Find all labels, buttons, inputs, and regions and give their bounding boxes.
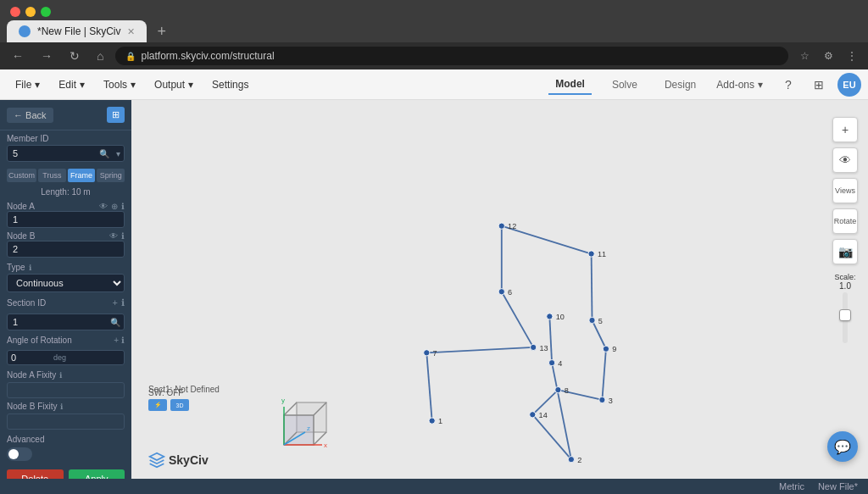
node-a-header: Node A 👁 ⊕ ℹ — [7, 202, 125, 211]
node-b-header: Node B 👁 ℹ — [7, 231, 125, 241]
back-nav-button[interactable]: ← — [7, 46, 29, 66]
sw-icon-2[interactable]: 3D — [170, 399, 189, 411]
svg-text:9: 9 — [612, 345, 616, 353]
advanced-label: Advanced — [7, 435, 125, 444]
chevron-down-icon[interactable]: ▾ — [113, 149, 124, 158]
svg-text:8: 8 — [565, 386, 569, 395]
bookmark-icon[interactable]: ☆ — [795, 47, 814, 65]
metric-status[interactable]: Metric — [779, 481, 804, 491]
delete-button[interactable]: Delete — [7, 469, 64, 479]
svg-text:7: 7 — [433, 349, 437, 358]
file-menu-button[interactable]: File ▾ — [7, 75, 48, 94]
info-b-icon[interactable]: ℹ — [121, 231, 125, 241]
sw-label: SW: OFF — [148, 388, 189, 397]
tab-custom[interactable]: Custom — [7, 169, 36, 182]
node-b-input[interactable] — [7, 241, 125, 258]
views-button[interactable]: Views — [832, 178, 858, 203]
home-button[interactable]: ⌂ — [92, 46, 108, 66]
cube-svg: x y z — [280, 386, 348, 453]
addons-button[interactable]: Add-ons ▾ — [709, 75, 770, 94]
visibility-toggle-button[interactable]: 👁 — [832, 147, 858, 173]
svg-text:11: 11 — [598, 250, 606, 258]
chat-icon: 💬 — [834, 439, 851, 455]
scale-slider[interactable] — [843, 292, 848, 343]
node-b-fixity-label: Node B Fixity ℹ — [7, 402, 125, 411]
url-bar[interactable]: 🔒 platform.skyciv.com/structural — [115, 47, 788, 65]
member-id-input[interactable] — [8, 146, 96, 161]
eye-toggle-group: 👁 — [832, 147, 858, 173]
angle-up-icon[interactable]: + — [114, 336, 119, 345]
node-b-fixity-info-icon[interactable]: ℹ — [60, 402, 63, 411]
svg-text:14: 14 — [539, 411, 548, 419]
target-icon[interactable]: ⊕ — [111, 202, 118, 211]
rotate-button[interactable]: Rotate — [832, 208, 858, 234]
active-tab[interactable]: *New File | SkyCiv ✕ — [7, 20, 147, 42]
grid-apps-icon[interactable]: ⊞ — [807, 73, 831, 97]
type-info-icon[interactable]: ℹ — [29, 264, 31, 272]
svg-line-43 — [284, 402, 297, 415]
info-icon[interactable]: ℹ — [121, 202, 125, 211]
sidebar-header: ← Back ⊞ — [0, 100, 131, 130]
minimize-button[interactable] — [25, 7, 36, 17]
menu-icon[interactable]: ⋮ — [843, 47, 861, 65]
eye-b-icon[interactable]: 👁 — [109, 231, 118, 241]
type-select[interactable]: Continuous Rigid Pinned — [7, 274, 125, 292]
tools-menu-label: Tools — [103, 79, 127, 91]
extensions-icon[interactable]: ⚙ — [819, 47, 837, 65]
user-avatar[interactable]: EU — [837, 73, 861, 97]
edit-menu-button[interactable]: Edit ▾ — [50, 75, 93, 94]
tab-truss[interactable]: Truss — [38, 169, 66, 182]
add-section-icon[interactable]: + — [113, 297, 118, 308]
file-status[interactable]: New File* — [818, 481, 858, 491]
status-bar: Metric New File* — [0, 479, 868, 494]
app: File ▾ Edit ▾ Tools ▾ Output ▾ Settings … — [0, 69, 868, 494]
forward-nav-button[interactable]: → — [36, 46, 58, 66]
file-menu-label: File — [15, 79, 31, 91]
svg-line-8 — [426, 347, 533, 352]
svg-line-0 — [426, 352, 431, 420]
eye-icon[interactable]: 👁 — [99, 202, 108, 211]
node-b-fixity-input[interactable]: FFFFFF — [7, 414, 125, 430]
svg-line-4 — [552, 363, 571, 459]
tab-solve[interactable]: Solve — [605, 75, 644, 94]
content-area: ← Back ⊞ Member ID 🔍 ▾ Custom Truss Fram… — [0, 100, 868, 479]
new-tab-button[interactable]: + — [150, 23, 173, 41]
close-button[interactable] — [10, 7, 20, 17]
advanced-toggle[interactable] — [7, 447, 32, 461]
tab-close-icon[interactable]: ✕ — [127, 26, 135, 37]
angle-row: Angle of Rotation + ℹ — [0, 334, 131, 347]
zoom-in-button[interactable]: + — [832, 117, 858, 142]
angle-field: deg — [0, 347, 131, 369]
angle-input[interactable] — [8, 351, 50, 364]
camera-button[interactable]: 📷 — [832, 239, 858, 264]
section-id-input[interactable] — [8, 314, 107, 330]
apply-button[interactable]: Apply — [69, 469, 125, 479]
section-id-input-wrap: 🔍 — [7, 314, 125, 330]
svg-line-6 — [502, 291, 533, 347]
node-a-input[interactable] — [7, 211, 125, 228]
scale-group: Scale: 1.0 — [832, 273, 858, 345]
grid-view-button[interactable]: ⊞ — [107, 107, 125, 123]
reload-button[interactable]: ↻ — [64, 46, 85, 66]
help-icon[interactable]: ? — [776, 73, 800, 97]
maximize-button[interactable] — [41, 7, 51, 17]
tab-design[interactable]: Design — [658, 75, 703, 94]
back-button[interactable]: ← Back — [7, 108, 53, 123]
viewport-controls: + 👁 Views Rotate 📷 Scale: 1.0 — [832, 117, 858, 345]
toggle-knob — [8, 449, 19, 459]
tools-menu-button[interactable]: Tools ▾ — [95, 75, 144, 94]
output-menu-button[interactable]: Output ▾ — [146, 75, 202, 94]
tab-model[interactable]: Model — [548, 75, 592, 95]
settings-button[interactable]: Settings — [203, 75, 257, 94]
chat-button[interactable]: 💬 — [827, 431, 858, 462]
canvas-area[interactable]: 1 2 3 4 5 6 7 8 9 — [131, 100, 868, 479]
node-a-field: Node A 👁 ⊕ ℹ — [0, 200, 131, 230]
node-a-fixity-info-icon[interactable]: ℹ — [59, 371, 62, 380]
section-info-icon[interactable]: ℹ — [121, 297, 125, 308]
tab-spring[interactable]: Spring — [97, 169, 125, 182]
angle-info-icon[interactable]: ℹ — [121, 336, 125, 345]
sw-icon-1[interactable]: ⚡ — [148, 399, 167, 411]
tab-frame[interactable]: Frame — [68, 169, 96, 182]
svg-line-10 — [602, 349, 606, 400]
node-a-fixity-input[interactable]: FFFFFF — [7, 382, 125, 398]
